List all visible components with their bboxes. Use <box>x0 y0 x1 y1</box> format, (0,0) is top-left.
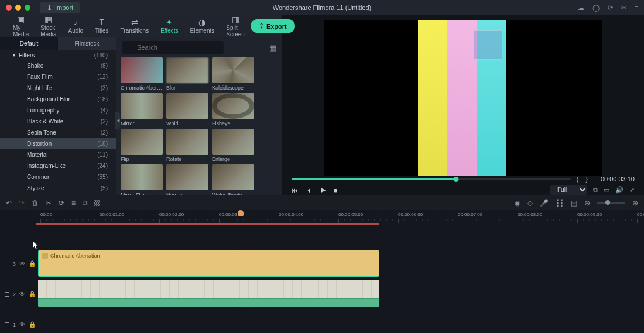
lock-icon[interactable]: 🔒 <box>29 260 36 267</box>
effect-whirl[interactable]: Whirl <box>166 93 208 126</box>
preview-canvas[interactable] <box>282 15 644 176</box>
folder-icon: ▣ <box>17 15 25 23</box>
marker-button[interactable]: ◇ <box>527 199 533 207</box>
preview-scrubber[interactable] <box>292 178 571 180</box>
split-button[interactable]: ✂ <box>46 199 52 207</box>
filter-distortion[interactable]: Distortion(18) <box>0 138 116 149</box>
effect-label: Rotate <box>166 156 208 162</box>
effect-enlarge[interactable]: Enlarge <box>212 129 254 162</box>
lock-icon[interactable]: 🔒 <box>29 321 36 328</box>
effects-sidebar: Default Filmstock ▾ Filters (160) Shake(… <box>0 37 116 195</box>
quality-select[interactable]: Full <box>550 185 587 195</box>
menu-icon[interactable]: ≡ <box>635 4 638 12</box>
effect-blur[interactable]: Blur <box>166 57 208 91</box>
link-button[interactable]: ⛓ <box>94 199 101 207</box>
filter-instagram-like[interactable]: Instagram-Like(24) <box>0 160 116 171</box>
filter-stylize[interactable]: Stylize(5) <box>0 183 116 194</box>
timeline: 3👁🔒2👁🔒1👁🔒 00:0000:00:01:0000:00:02:0000:… <box>0 210 644 333</box>
voiceover-button[interactable]: 🎤 <box>540 199 549 207</box>
filter-faux-film[interactable]: Faux Film(12) <box>0 71 116 83</box>
lock-icon[interactable]: 🔒 <box>29 291 36 297</box>
clip-effect[interactable]: Chromatic Aberration <box>38 250 379 277</box>
tab-titles[interactable]: TTitles <box>89 16 115 36</box>
undo-button[interactable]: ↶ <box>6 199 12 207</box>
filter-material[interactable]: Material(11) <box>0 149 116 160</box>
record-button[interactable]: ◉ <box>515 199 520 207</box>
collapse-sidebar-button[interactable]: ◀ <box>115 112 120 129</box>
tab-default[interactable]: Default <box>0 37 58 50</box>
message-icon[interactable]: ✉ <box>621 4 626 12</box>
filter-sepia-tone[interactable]: Sepia Tone(2) <box>0 127 116 138</box>
tab-effects[interactable]: ✦Effects <box>155 16 184 36</box>
eye-icon[interactable]: 👁 <box>19 260 25 267</box>
tab-filmstock[interactable]: Filmstock <box>58 37 116 50</box>
adjust-button[interactable]: ▤ <box>571 199 577 207</box>
zoom-out-button[interactable]: ⊖ <box>584 199 590 207</box>
account-icon[interactable]: ◯ <box>592 4 600 12</box>
track-toggle-icon[interactable] <box>5 322 9 327</box>
tab-my-media[interactable]: ▣My Media <box>7 13 35 39</box>
filter-lomography[interactable]: Lomography(4) <box>0 105 116 116</box>
effect-narrow[interactable]: Narrow <box>166 164 208 195</box>
effect-kaleidoscope[interactable]: Kaleidoscope <box>212 57 254 91</box>
tab-audio[interactable]: ♪Audio <box>62 16 89 36</box>
speed-button[interactable]: ⟳ <box>59 199 64 207</box>
track-toggle-icon[interactable] <box>5 292 9 297</box>
stop-button[interactable]: ■ <box>334 187 338 194</box>
eye-icon[interactable]: 👁 <box>19 291 25 297</box>
mixer-button[interactable]: ┇┇ <box>556 199 564 207</box>
timeline-tracks[interactable]: Chromatic Aberration <box>36 223 644 333</box>
tab-transitions[interactable]: ⇄Transitions <box>115 16 155 36</box>
step-back-button[interactable]: ⏴ <box>306 187 313 194</box>
effect-water-ripple[interactable]: Water Ripple <box>212 164 254 195</box>
import-button[interactable]: ⤓ Import <box>40 2 80 13</box>
zoom-in-button[interactable]: ⊕ <box>632 199 638 207</box>
fullscreen-icon[interactable]: ⤢ <box>629 186 635 194</box>
maximize-icon[interactable] <box>25 5 30 11</box>
play-button[interactable]: ▶ <box>321 186 326 194</box>
minimize-icon[interactable] <box>15 5 21 11</box>
filter-night-life[interactable]: Night Life(3) <box>0 83 116 94</box>
close-icon[interactable] <box>6 5 12 11</box>
grid-view-icon[interactable]: ▦ <box>269 43 276 52</box>
crop-button[interactable]: ⧉ <box>83 199 88 207</box>
search-input[interactable] <box>122 41 224 54</box>
effect-rotate[interactable]: Rotate <box>166 129 208 162</box>
help-icon[interactable]: ⟳ <box>608 4 613 12</box>
filter-background-blur[interactable]: Background Blur(18) <box>0 94 116 105</box>
effect-mirror-flip[interactable]: Mirror Flip <box>121 164 163 195</box>
delete-button[interactable]: 🗑 <box>32 199 39 207</box>
zoom-slider[interactable] <box>597 202 625 204</box>
filters-header[interactable]: ▾ Filters (160) <box>0 50 116 60</box>
filter-black-white[interactable]: Black & White(2) <box>0 116 116 127</box>
snapshot-icon[interactable]: ⧉ <box>593 186 598 194</box>
mark-in-button[interactable]: { <box>576 176 580 183</box>
eye-icon[interactable]: 👁 <box>19 321 25 328</box>
effect-chromatic-aberration[interactable]: Chromatic Aberration <box>121 57 163 91</box>
effect-flip[interactable]: Flip <box>121 129 163 162</box>
effect-label: Water Ripple <box>212 192 254 195</box>
track-header-3[interactable]: 3👁🔒 <box>5 260 36 267</box>
ruler-tick: 00:00:10 <box>637 212 644 217</box>
tab-stock-media[interactable]: ▦Stock Media <box>35 13 62 39</box>
filter-label: Faux Film <box>27 74 53 80</box>
track-header-1[interactable]: 1👁🔒 <box>5 321 36 328</box>
tab-elements[interactable]: ◑Elements <box>184 16 221 36</box>
display-icon[interactable]: ▭ <box>604 186 609 194</box>
more-button[interactable]: ≡ <box>71 199 76 207</box>
filter-common[interactable]: Common(55) <box>0 171 116 183</box>
track-toggle-icon[interactable] <box>5 262 9 266</box>
timeline-ruler[interactable]: 00:0000:00:01:0000:00:02:0000:00:03:0000… <box>36 210 644 223</box>
cloud-icon[interactable]: ☁ <box>578 4 584 12</box>
effect-label: Blur <box>166 85 208 91</box>
effect-fisheye[interactable]: Fisheye <box>212 93 254 126</box>
clip-video[interactable] <box>38 280 379 307</box>
track-header-2[interactable]: 2👁🔒 <box>5 291 36 297</box>
volume-icon[interactable]: 🔊 <box>615 186 624 194</box>
prev-frame-button[interactable]: ⏮ <box>292 187 298 194</box>
tab-split-screen[interactable]: ▥Split Screen <box>220 13 251 39</box>
redo-button[interactable]: ↷ <box>19 199 25 207</box>
mark-out-button[interactable]: } <box>584 176 589 183</box>
filter-shake[interactable]: Shake(8) <box>0 60 116 71</box>
effect-mirror[interactable]: Mirror <box>121 93 163 126</box>
